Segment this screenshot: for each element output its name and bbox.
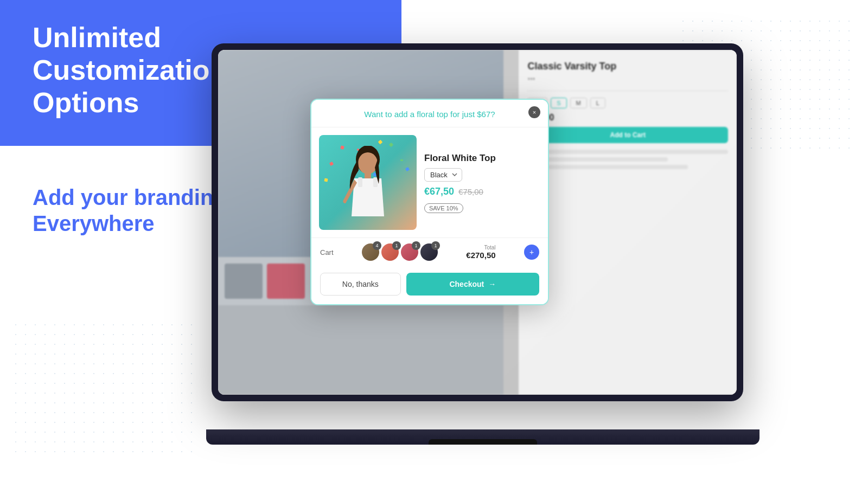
checkout-button[interactable]: Checkout → [406, 273, 539, 296]
color-dropdown[interactable]: Black White Blue Pink [424, 168, 462, 182]
popup-color-selector: Black White Blue Pink [424, 168, 540, 182]
popup-product-area: Floral White Top Black White Blue Pink €… [311, 127, 548, 237]
laptop-screen: Classic Varsity Top *** XS S M L €89,00 … [218, 50, 737, 395]
screen-price: €89,00 [527, 113, 728, 123]
model-figure [338, 146, 398, 230]
dot-pattern-bottom-left [11, 320, 195, 461]
thumbnail-2 [267, 264, 305, 299]
popup-prices: €67,50 €75,00 [424, 186, 540, 197]
thumbnail-1 [225, 264, 263, 299]
current-price: €67,50 [424, 186, 454, 197]
popup-product-image [319, 135, 417, 230]
size-l: L [590, 98, 605, 108]
cart-badge-4: 1 [431, 241, 440, 250]
checkout-label: Checkout [449, 280, 484, 288]
cart-badge-2: 1 [392, 241, 401, 250]
confetti-6 [324, 178, 328, 182]
cart-item-wrapper-3: 1 [401, 243, 418, 261]
popup-header-text: Want to add a floral top for just $67? [364, 110, 495, 119]
screen-product-subtitle: *** [527, 76, 728, 84]
cart-total-area: Total €270,50 [466, 245, 495, 260]
original-price: €75,00 [458, 187, 483, 196]
laptop-base [206, 429, 760, 445]
no-thanks-button[interactable]: No, thanks [320, 273, 401, 296]
checkout-arrow-icon: → [488, 280, 496, 288]
cart-items: 4 1 1 1 [362, 243, 438, 261]
branding-text: Add your branding Everywhere [33, 184, 227, 236]
popup-header: Want to add a floral top for just $67? × [311, 100, 548, 127]
cart-total-label: Total [466, 245, 495, 251]
size-m: M [570, 98, 587, 108]
popup-product-info: Floral White Top Black White Blue Pink €… [424, 153, 540, 213]
screen-product-title: Classic Varsity Top [527, 61, 728, 72]
size-s: S [551, 98, 566, 108]
screen-product-overlay: Classic Varsity Top *** XS S M L €89,00 … [519, 50, 737, 395]
popup-buttons: No, thanks Checkout → [311, 266, 548, 304]
screen-divider [527, 91, 728, 91]
laptop-body: Classic Varsity Top *** XS S M L €89,00 … [212, 43, 743, 401]
popup-cart-bar: Cart 4 1 1 [311, 237, 548, 266]
confetti-4 [329, 162, 334, 166]
cart-label: Cart [320, 248, 334, 256]
cart-item-wrapper-4: 1 [420, 243, 438, 261]
cart-expand-button[interactable]: + [524, 245, 539, 260]
confetti-8 [400, 159, 403, 161]
popup-product-name: Floral White Top [424, 153, 540, 164]
popup-close-button[interactable]: × [528, 106, 540, 118]
confetti-5 [405, 167, 410, 171]
svg-rect-5 [358, 177, 362, 187]
size-row: XS S M L [527, 98, 728, 108]
save-badge: SAVE 10% [424, 203, 463, 213]
cart-total-value: €270,50 [466, 251, 495, 260]
svg-rect-6 [373, 177, 378, 187]
cart-badge-1: 4 [373, 241, 381, 250]
cart-item-wrapper-2: 1 [381, 243, 399, 261]
svg-point-3 [358, 152, 378, 174]
laptop-notch [429, 439, 537, 445]
add-to-cart-screen-button[interactable]: Add to Cart [527, 127, 728, 143]
confetti-10 [378, 140, 382, 144]
laptop-mockup: Classic Varsity Top *** XS S M L €89,00 … [212, 43, 754, 445]
cart-item-wrapper-1: 4 [362, 243, 379, 261]
cart-badge-3: 1 [412, 241, 420, 250]
popup-modal: Want to add a floral top for just $67? × [310, 99, 549, 305]
